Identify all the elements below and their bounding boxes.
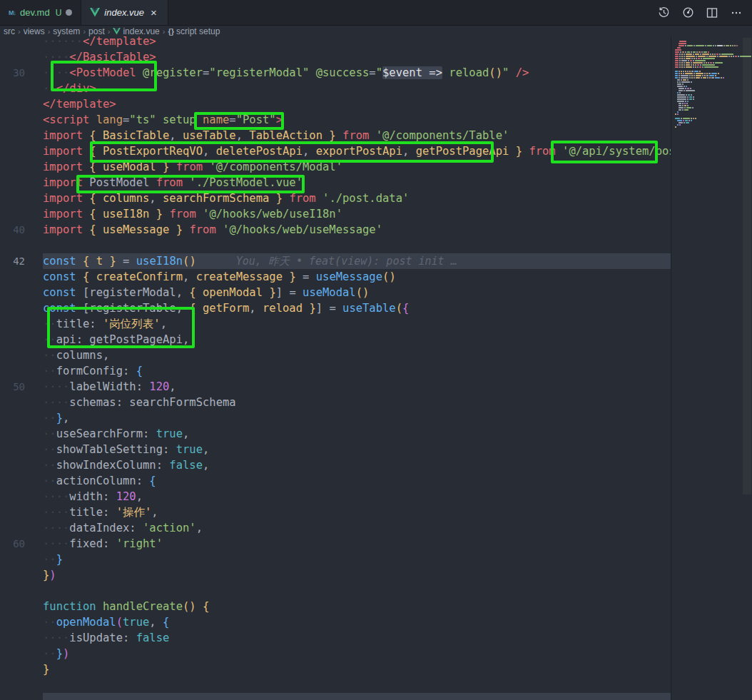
code-line[interactable]: function handleCreate() { (0, 599, 671, 614)
code-line[interactable] (0, 677, 671, 693)
minimap-segment (703, 62, 705, 64)
code-line[interactable]: </template> (0, 96, 671, 112)
code-line[interactable]: ··showIndexColumn: false, (0, 457, 671, 473)
code-token: } (56, 412, 63, 425)
more-actions-icon[interactable] (728, 4, 745, 21)
code-token: ···· (43, 506, 69, 519)
line-content: ··}) (43, 646, 671, 661)
minimap-row (675, 77, 741, 78)
code-token: : (116, 396, 130, 409)
code-line[interactable]: }) (0, 567, 671, 583)
timeline-icon[interactable] (655, 4, 672, 21)
code-line[interactable]: ····width: 120, (0, 489, 671, 504)
code-token: lang (96, 113, 123, 126)
minimap-segment (689, 75, 691, 76)
minimap-segment (684, 56, 685, 57)
breadcrumb-script-setup[interactable]: script setup (176, 26, 220, 36)
code-area[interactable]: ······</template>····</BasicTable>30····… (0, 36, 671, 700)
code-token: } (289, 270, 295, 283)
code-line[interactable]: ····schemas: searchFormSchema (0, 395, 671, 410)
scrollbar-thumb[interactable] (743, 38, 751, 494)
git-status-badge: U (56, 8, 62, 18)
minimap-segment (695, 66, 696, 68)
code-line[interactable]: const [registerModal, { openModal }] = u… (0, 285, 671, 300)
line-content: } (43, 661, 671, 677)
code-line[interactable]: ··showTableSetting: true, (0, 442, 671, 457)
code-line[interactable]: 50····labelWidth: 120, (0, 379, 671, 395)
code-token: } (43, 663, 49, 676)
code-line[interactable]: ····dataIndex: 'action', (0, 520, 671, 536)
code-token (216, 223, 223, 236)
code-line[interactable]: ····isUpdate: false (0, 630, 671, 646)
code-line[interactable]: 42const { t } = useI18n()You, 昨天 • feat(… (0, 253, 671, 269)
code-token (83, 223, 89, 236)
tab-index-vue[interactable]: index.vue × (81, 0, 168, 25)
code-line[interactable]: ··title: '岗位列表', (0, 316, 671, 332)
code-token: { (136, 365, 143, 377)
code-token: { (189, 302, 195, 315)
minimap[interactable] (671, 36, 752, 700)
blame-annotations-icon[interactable] (679, 4, 696, 21)
code-token: 'right' (116, 537, 163, 550)
code-line[interactable]: ······</template> (0, 36, 671, 49)
code-line[interactable] (0, 583, 671, 599)
close-icon[interactable]: × (148, 6, 159, 19)
code-token: { (89, 161, 96, 173)
minimap-segment (689, 71, 691, 72)
editor-pane[interactable]: ······</template>····</BasicTable>30····… (0, 36, 752, 700)
code-line[interactable]: ··</div> (0, 81, 671, 96)
tab-label: index.vue (104, 7, 144, 18)
code-line[interactable]: import { columns, searchFormSchema } fro… (0, 191, 671, 206)
code-line[interactable]: import { useI18n } from '@/hooks/web/use… (0, 206, 671, 222)
code-line[interactable]: import { useModal } from '@/components/M… (0, 159, 671, 175)
code-line[interactable]: ··openModal(true, { (0, 614, 671, 630)
code-line[interactable]: import { PostExportReqVO, deletePostApi,… (0, 143, 671, 159)
tab-dev-md[interactable]: M↓ dev.md U (0, 0, 81, 25)
code-line[interactable]: const { createConfirm, createMessage } =… (0, 269, 671, 285)
code-line[interactable]: ····title: '操作', (0, 504, 671, 520)
code-token: ·· (43, 443, 56, 456)
code-line[interactable]: <script lang="ts" setup name="Post"> (0, 112, 671, 128)
code-token: : (103, 490, 116, 503)
code-token: , (402, 145, 416, 158)
minimap-row (675, 73, 741, 74)
breadcrumb-index-vue[interactable]: index.vue (123, 26, 159, 36)
code-line[interactable] (0, 238, 671, 253)
code-line[interactable]: 30····<PostModel @register="registerModa… (0, 65, 671, 81)
code-line[interactable]: ··}) (0, 646, 671, 661)
code-token: : (129, 522, 143, 534)
code-line[interactable] (0, 693, 671, 700)
code-line[interactable]: ····</BasicTable> (0, 49, 671, 65)
unsaved-dot-icon[interactable] (66, 9, 72, 16)
code-line[interactable]: 40import { useMessage } from '@/hooks/we… (0, 222, 671, 238)
minimap-segment (684, 86, 685, 87)
line-content: ····schemas: searchFormSchema (43, 395, 671, 410)
line-content: import { useModal } from '@/components/M… (43, 159, 671, 175)
code-line[interactable]: ··}, (0, 410, 671, 426)
line-content: }) (43, 567, 671, 583)
code-line[interactable]: const [registerTable, { getForm, reload … (0, 300, 671, 316)
split-editor-icon[interactable] (703, 4, 721, 21)
breadcrumb-system[interactable]: system (53, 26, 80, 36)
code-line[interactable]: import PostModel from './PostModel.vue' (0, 175, 671, 191)
code-token: ( (396, 302, 402, 315)
code-line[interactable]: ··api: getPostPageApi, (0, 332, 671, 348)
code-token (83, 208, 89, 220)
code-line[interactable]: 60····fixed: 'right' (0, 536, 671, 552)
code-line[interactable]: ··columns, (0, 348, 671, 363)
minimap-segment (693, 54, 694, 55)
code-line[interactable]: ··useSearchForm: true, (0, 426, 671, 442)
minimap-gap (675, 120, 676, 121)
code-token: ·· (43, 365, 56, 377)
code-line[interactable]: ··} (0, 552, 671, 567)
code-line[interactable]: ··actionColumn: { (0, 473, 671, 489)
code-token: , (236, 129, 250, 142)
breadcrumb-views[interactable]: views (24, 26, 45, 36)
code-line[interactable]: ··formConfig: { (0, 363, 671, 379)
code-token: , (303, 145, 316, 158)
breadcrumb-post[interactable]: post (88, 26, 105, 36)
breadcrumb-src[interactable]: src (4, 26, 15, 36)
code-line[interactable]: import { BasicTable, useTable, TableActi… (0, 128, 671, 143)
code-line[interactable]: } (0, 661, 671, 677)
minimap-segment (688, 94, 690, 96)
